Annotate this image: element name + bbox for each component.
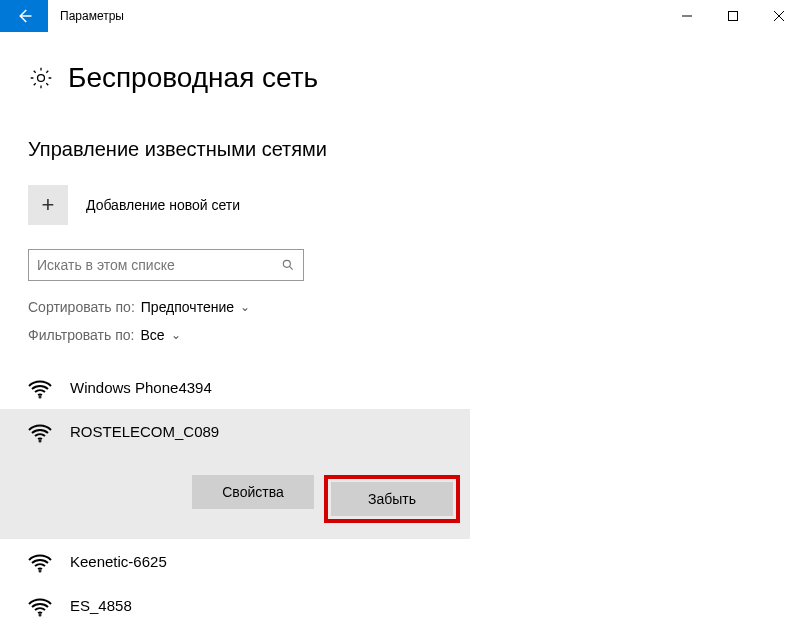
wifi-icon	[28, 593, 52, 617]
sort-value: Предпочтение	[141, 299, 234, 315]
network-list: Windows Phone4394 ROSTELECOM_C089 Свойст…	[0, 365, 470, 627]
network-item-selected[interactable]: ROSTELECOM_C089 Свойства Забыть	[0, 409, 470, 539]
plus-icon: +	[42, 192, 55, 218]
svg-point-10	[40, 571, 41, 572]
network-name: ROSTELECOM_C089	[70, 423, 219, 440]
svg-line-7	[289, 266, 292, 269]
chevron-down-icon: ⌄	[240, 300, 250, 314]
page-header: Беспроводная сеть	[28, 62, 774, 94]
add-network-label: Добавление новой сети	[86, 197, 240, 213]
network-actions: Свойства Забыть	[28, 475, 470, 523]
add-network-row[interactable]: + Добавление новой сети	[28, 185, 774, 225]
minimize-button[interactable]	[664, 0, 710, 32]
maximize-button[interactable]	[710, 0, 756, 32]
search-input[interactable]: Искать в этом списке	[28, 249, 304, 281]
network-name: ES_4858	[70, 597, 132, 614]
minimize-icon	[682, 11, 692, 21]
svg-point-8	[40, 397, 41, 398]
filter-label: Фильтровать по:	[28, 327, 134, 343]
highlight-annotation: Забыть	[324, 475, 460, 523]
svg-rect-2	[729, 12, 738, 21]
network-item[interactable]: Windows Phone4394	[0, 365, 470, 409]
chevron-down-icon: ⌄	[171, 328, 181, 342]
add-network-button[interactable]: +	[28, 185, 68, 225]
section-title: Управление известными сетями	[28, 138, 774, 161]
wifi-icon	[28, 549, 52, 573]
svg-point-5	[38, 75, 45, 82]
network-name: Windows Phone4394	[70, 379, 212, 396]
close-button[interactable]	[756, 0, 802, 32]
close-icon	[774, 11, 784, 21]
svg-point-6	[283, 260, 290, 267]
network-item[interactable]: ES_4858	[0, 583, 470, 627]
wifi-icon	[28, 419, 52, 443]
filter-value: Все	[140, 327, 164, 343]
forget-button[interactable]: Забыть	[331, 482, 453, 516]
back-button[interactable]	[0, 0, 48, 32]
search-icon	[281, 258, 295, 272]
back-arrow-icon	[15, 7, 33, 25]
wifi-icon	[28, 375, 52, 399]
sort-dropdown[interactable]: Сортировать по: Предпочтение ⌄	[28, 299, 774, 315]
maximize-icon	[728, 11, 738, 21]
gear-icon	[28, 65, 54, 91]
page-title: Беспроводная сеть	[68, 62, 318, 94]
network-name: Keenetic-6625	[70, 553, 167, 570]
svg-point-9	[40, 441, 41, 442]
properties-button[interactable]: Свойства	[192, 475, 314, 509]
content-area: Беспроводная сеть Управление известными …	[0, 32, 802, 627]
window-title: Параметры	[48, 0, 124, 32]
filter-dropdown[interactable]: Фильтровать по: Все ⌄	[28, 327, 774, 343]
sort-label: Сортировать по:	[28, 299, 135, 315]
svg-point-11	[40, 615, 41, 616]
network-item[interactable]: Keenetic-6625	[0, 539, 470, 583]
titlebar: Параметры	[0, 0, 802, 32]
window-controls	[664, 0, 802, 32]
search-placeholder: Искать в этом списке	[37, 257, 281, 273]
